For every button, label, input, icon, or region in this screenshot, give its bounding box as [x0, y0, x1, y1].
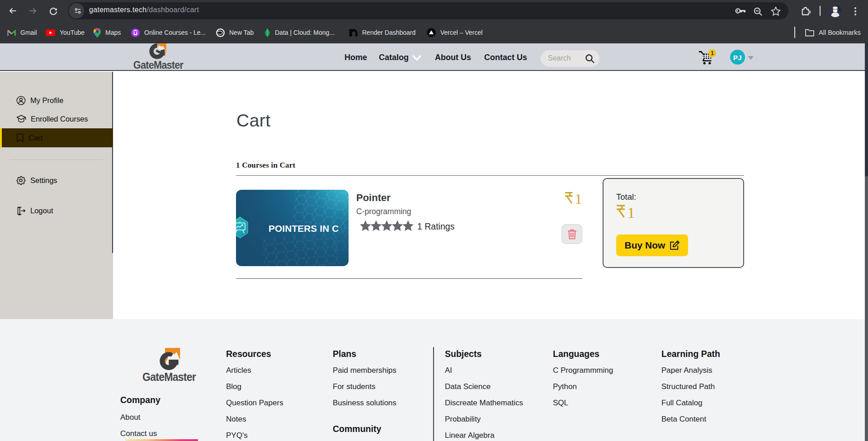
svg-text:POINTERS IN C: POINTERS IN C	[269, 223, 339, 234]
svg-text:1: 1	[575, 191, 582, 206]
svg-text:1: 1	[627, 204, 635, 220]
